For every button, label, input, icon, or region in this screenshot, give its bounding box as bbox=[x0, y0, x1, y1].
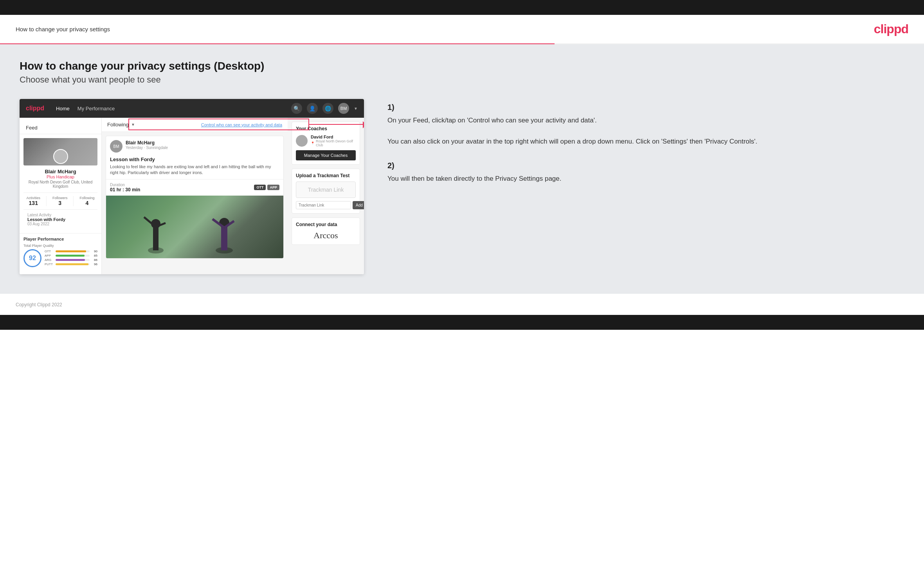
add-link-button[interactable]: Add Link bbox=[353, 201, 364, 209]
quality-bar-row: OTT 90 bbox=[45, 250, 97, 253]
following-label: Following bbox=[107, 122, 129, 128]
latest-activity-label: Latest Activity bbox=[23, 213, 97, 217]
content-row: clippd Home My Performance 🔍 👤 🌐 BM ▼ Fe… bbox=[20, 99, 904, 274]
activities-stat: Activities 131 bbox=[26, 196, 40, 206]
coaches-title: Your Coaches bbox=[296, 126, 356, 131]
trackman-input[interactable] bbox=[296, 201, 351, 209]
quality-bars: OTT 90 APP 85 ARG 86 PUTT bbox=[45, 250, 97, 267]
post-user-name: Blair McHarg bbox=[126, 140, 279, 146]
activities-label: Activities bbox=[26, 196, 40, 200]
trackman-title: Upload a Trackman Test bbox=[296, 173, 356, 178]
user-club: Royal North Devon Golf Club, United King… bbox=[23, 180, 97, 189]
feed-post: BM Blair McHarg Yesterday · Sunningdale … bbox=[106, 136, 284, 259]
quality-bar-row: ARG 86 bbox=[45, 258, 97, 262]
bar-track bbox=[56, 263, 90, 265]
coach-avatar bbox=[296, 135, 308, 147]
trackman-card: Upload a Trackman Test Trackman Link Add… bbox=[292, 169, 360, 214]
bar-value: 96 bbox=[91, 262, 97, 266]
bar-fill bbox=[56, 255, 85, 257]
main-content: How to change your privacy settings (Des… bbox=[0, 44, 924, 294]
following-value: 4 bbox=[79, 200, 94, 206]
tag-app: APP bbox=[267, 185, 279, 190]
coach-club: 📍 Royal North Devon Golf Club bbox=[311, 139, 356, 147]
duration-value: 01 hr : 30 min bbox=[110, 187, 140, 192]
app-logo: clippd bbox=[26, 105, 44, 112]
left-panel: Feed Blair McHarg Plus Handicap Royal No… bbox=[20, 118, 102, 274]
followers-stat: Followers 3 bbox=[52, 196, 68, 206]
instructions-panel: 1) On your Feed, click/tap on 'Control w… bbox=[380, 99, 904, 198]
svg-rect-1 bbox=[153, 227, 159, 250]
globe-icon[interactable]: 🌐 bbox=[322, 103, 333, 114]
following-button[interactable]: Following ▼ bbox=[107, 122, 135, 128]
user-cover-photo bbox=[23, 138, 97, 165]
footer: Copyright Clippd 2022 bbox=[0, 294, 924, 315]
post-title: Lesson with Fordy bbox=[106, 156, 283, 164]
page-title: How to change your privacy settings bbox=[16, 26, 110, 32]
arccos-brand: Arccos bbox=[296, 230, 356, 241]
bar-fill bbox=[56, 259, 85, 261]
middle-panel: Following ▼ Control who can see your act… bbox=[102, 118, 288, 274]
post-user-avatar: BM bbox=[110, 140, 122, 153]
duration-label: Duration bbox=[110, 183, 140, 187]
coach-club-name: Royal North Devon Golf Club bbox=[316, 139, 356, 147]
latest-activity-name: Lesson with Fordy bbox=[23, 217, 97, 222]
bar-label: PUTT bbox=[45, 262, 54, 266]
bottom-bar bbox=[0, 315, 924, 330]
activities-value: 131 bbox=[26, 200, 40, 206]
bar-track bbox=[56, 259, 90, 261]
dropdown-arrow-icon: ▼ bbox=[131, 122, 135, 127]
user-name: Blair McHarg bbox=[23, 169, 97, 174]
coach-info: David Ford 📍 Royal North Devon Golf Club bbox=[311, 135, 356, 147]
trackman-link-display: Trackman Link bbox=[296, 182, 356, 198]
quality-score: 92 bbox=[23, 249, 41, 267]
top-bar bbox=[0, 0, 924, 15]
quality-row: 92 OTT 90 APP 85 ARG bbox=[23, 249, 97, 267]
bar-value: 85 bbox=[91, 254, 97, 257]
latest-activity-date: 03 Aug 2022 bbox=[23, 222, 97, 226]
post-header: BM Blair McHarg Yesterday · Sunningdale bbox=[106, 136, 283, 156]
post-image bbox=[106, 196, 283, 258]
coach-row: David Ford 📍 Royal North Devon Golf Club bbox=[296, 135, 356, 147]
connect-data-card: Connect your data Arccos bbox=[292, 217, 360, 245]
logo: clippd bbox=[874, 22, 908, 36]
instruction-2-number: 2) bbox=[387, 161, 904, 170]
feed-tab[interactable]: Feed bbox=[20, 122, 101, 134]
right-panel: Your Coaches David Ford 📍 Royal North De… bbox=[288, 118, 364, 274]
user-icon[interactable]: 👤 bbox=[307, 103, 318, 114]
bar-label: ARG bbox=[45, 258, 54, 262]
app-body: Feed Blair McHarg Plus Handicap Royal No… bbox=[20, 118, 364, 274]
following-label: Following bbox=[79, 196, 94, 200]
manage-coaches-button[interactable]: Manage Your Coaches bbox=[296, 150, 356, 160]
control-privacy-link[interactable]: Control who can see your activity and da… bbox=[201, 122, 282, 127]
stat-divider-1 bbox=[46, 196, 47, 206]
app-navbar: clippd Home My Performance 🔍 👤 🌐 BM ▼ bbox=[20, 99, 364, 118]
bar-label: APP bbox=[45, 254, 54, 257]
stat-divider-2 bbox=[73, 196, 74, 206]
following-bar: Following ▼ Control who can see your act… bbox=[102, 118, 288, 132]
avatar-dropdown-arrow: ▼ bbox=[354, 106, 358, 111]
main-heading: How to change your privacy settings (Des… bbox=[20, 60, 904, 72]
user-avatar-nav[interactable]: BM bbox=[338, 103, 349, 114]
nav-my-performance[interactable]: My Performance bbox=[77, 106, 115, 111]
golf-scene-svg bbox=[119, 196, 271, 258]
bar-track bbox=[56, 250, 90, 252]
instruction-1: 1) On your Feed, click/tap on 'Control w… bbox=[387, 103, 904, 147]
footer-copyright: Copyright Clippd 2022 bbox=[16, 302, 62, 307]
following-stat: Following 4 bbox=[79, 196, 94, 206]
location-icon: 📍 bbox=[311, 142, 315, 145]
instruction-1-number: 1) bbox=[387, 103, 904, 112]
post-user-info: Blair McHarg Yesterday · Sunningdale bbox=[126, 140, 279, 150]
nav-home[interactable]: Home bbox=[56, 106, 70, 111]
followers-label: Followers bbox=[52, 196, 68, 200]
post-duration-row: Duration 01 hr : 30 min OTT APP bbox=[106, 179, 283, 196]
user-avatar bbox=[53, 149, 68, 164]
search-icon[interactable]: 🔍 bbox=[291, 103, 302, 114]
connect-title: Connect your data bbox=[296, 222, 356, 227]
followers-value: 3 bbox=[52, 200, 68, 206]
quality-label: Total Player Quality bbox=[23, 244, 97, 248]
header: How to change your privacy settings clip… bbox=[0, 15, 924, 43]
bar-value: 90 bbox=[91, 250, 97, 253]
instruction-2: 2) You will then be taken directly to th… bbox=[387, 161, 904, 184]
tag-ott: OTT bbox=[254, 185, 266, 190]
post-meta: Yesterday · Sunningdale bbox=[126, 146, 279, 150]
